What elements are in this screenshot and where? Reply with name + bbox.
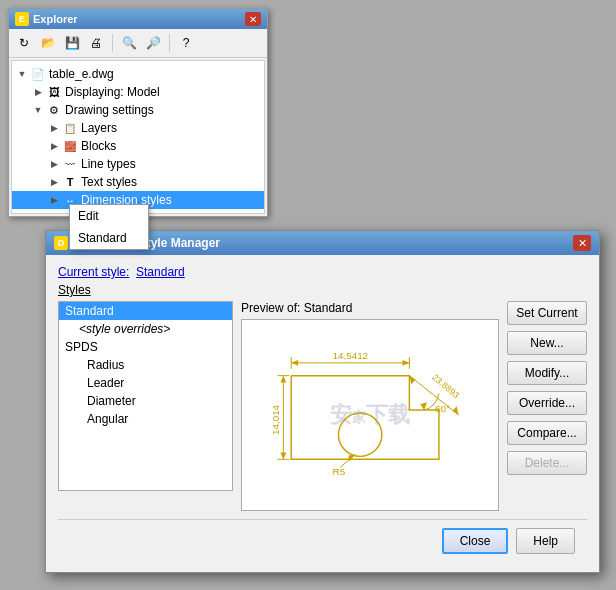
toolbar-help-button[interactable]: ? xyxy=(175,32,197,54)
explorer-tree: ▼ 📄 table_e.dwg ▶ 🖼 Displaying: Model ▼ … xyxy=(11,60,265,214)
svg-text:60°: 60° xyxy=(435,403,450,414)
style-item-overrides[interactable]: <style overrides> xyxy=(59,320,232,338)
explorer-window: E Explorer ✕ ↻ 📂 💾 🖨 🔍 🔎 ? ▼ 📄 table_e.d… xyxy=(8,8,268,217)
expander-model: ▶ xyxy=(30,84,46,100)
style-item-angular[interactable]: Angular xyxy=(59,410,232,428)
current-style-label: Current style: xyxy=(58,265,129,279)
label-layers: Layers xyxy=(81,121,117,135)
label-settings: Drawing settings xyxy=(65,103,154,117)
toolbar-zoom-in-button[interactable]: 🔍 xyxy=(118,32,140,54)
dim-dialog-icon: D xyxy=(54,236,68,250)
tree-item-root[interactable]: ▼ 📄 table_e.dwg xyxy=(12,65,264,83)
context-menu-edit[interactable]: Edit xyxy=(70,205,148,227)
current-style-value[interactable]: Standard xyxy=(136,265,185,279)
dim-main-area: Standard <style overrides> SPDS Radius L… xyxy=(58,301,587,511)
icon-textstyles: T xyxy=(62,174,78,190)
set-current-button[interactable]: Set Current xyxy=(507,301,587,325)
style-item-diameter[interactable]: Diameter xyxy=(59,392,232,410)
expander-textstyles: ▶ xyxy=(46,174,62,190)
icon-layers: 📋 xyxy=(62,120,78,136)
dim-dialog-footer: Close Help xyxy=(58,519,587,562)
icon-settings: ⚙ xyxy=(46,102,62,118)
style-item-spds[interactable]: SPDS xyxy=(59,338,232,356)
context-menu-standard[interactable]: Standard xyxy=(70,227,148,249)
help-button[interactable]: Help xyxy=(516,528,575,554)
context-menu: Edit Standard xyxy=(69,204,149,250)
tree-item-textstyles[interactable]: ▶ T Text styles xyxy=(12,173,264,191)
tree-item-layers[interactable]: ▶ 📋 Layers xyxy=(12,119,264,137)
expander-dimstyles: ▶ xyxy=(46,192,62,208)
preview-svg: 14,5412 14,014 xyxy=(242,320,498,510)
expander-root: ▼ xyxy=(14,66,30,82)
icon-model: 🖼 xyxy=(46,84,62,100)
close-button[interactable]: Close xyxy=(442,528,509,554)
explorer-toolbar: ↻ 📂 💾 🖨 🔍 🔎 ? xyxy=(9,29,267,58)
style-item-standard[interactable]: Standard xyxy=(59,302,232,320)
label-linetypes: Line types xyxy=(81,157,136,171)
expander-blocks: ▶ xyxy=(46,138,62,154)
svg-text:14,5412: 14,5412 xyxy=(333,350,369,361)
toolbar-save-button[interactable]: 💾 xyxy=(61,32,83,54)
preview-container: Preview of: Standard xyxy=(241,301,499,511)
explorer-title-icon: E xyxy=(15,12,29,26)
dim-dialog-body: Current style: Standard Styles Standard … xyxy=(46,255,599,572)
icon-blocks: 🧱 xyxy=(62,138,78,154)
toolbar-sep1 xyxy=(112,34,113,52)
preview-label: Preview of: Standard xyxy=(241,301,499,315)
label-root: table_e.dwg xyxy=(49,67,114,81)
preview-box: 14,5412 14,014 xyxy=(241,319,499,511)
toolbar-sep2 xyxy=(169,34,170,52)
label-blocks: Blocks xyxy=(81,139,116,153)
dim-dialog-close-button[interactable]: ✕ xyxy=(573,235,591,251)
label-textstyles: Text styles xyxy=(81,175,137,189)
expander-layers: ▶ xyxy=(46,120,62,136)
svg-text:14,014: 14,014 xyxy=(270,404,281,435)
compare-button[interactable]: Compare... xyxy=(507,421,587,445)
style-item-radius[interactable]: Radius xyxy=(59,356,232,374)
modify-button[interactable]: Modify... xyxy=(507,361,587,385)
toolbar-zoom-out-button[interactable]: 🔎 xyxy=(142,32,164,54)
explorer-titlebar: E Explorer ✕ xyxy=(9,9,267,29)
styles-section-label: Styles xyxy=(58,283,587,297)
new-button[interactable]: New... xyxy=(507,331,587,355)
dim-style-manager-dialog: D Dimension Style Manager ✕ Current styl… xyxy=(45,230,600,573)
icon-root: 📄 xyxy=(30,66,46,82)
style-item-leader[interactable]: Leader xyxy=(59,374,232,392)
tree-item-settings[interactable]: ▼ ⚙ Drawing settings xyxy=(12,101,264,119)
styles-list-container: Standard <style overrides> SPDS Radius L… xyxy=(58,301,233,511)
delete-button[interactable]: Delete... xyxy=(507,451,587,475)
explorer-title-text: Explorer xyxy=(33,13,78,25)
expander-linetypes: ▶ xyxy=(46,156,62,172)
tree-item-model[interactable]: ▶ 🖼 Displaying: Model xyxy=(12,83,264,101)
current-style-row: Current style: Standard xyxy=(58,265,587,279)
toolbar-refresh-button[interactable]: ↻ xyxy=(13,32,35,54)
icon-linetypes: 〰 xyxy=(62,156,78,172)
toolbar-print-button[interactable]: 🖨 xyxy=(85,32,107,54)
styles-list[interactable]: Standard <style overrides> SPDS Radius L… xyxy=(58,301,233,491)
expander-settings: ▼ xyxy=(30,102,46,118)
svg-text:R5: R5 xyxy=(333,466,346,477)
toolbar-open-button[interactable]: 📂 xyxy=(37,32,59,54)
tree-item-blocks[interactable]: ▶ 🧱 Blocks xyxy=(12,137,264,155)
label-model: Displaying: Model xyxy=(65,85,160,99)
tree-item-linetypes[interactable]: ▶ 〰 Line types xyxy=(12,155,264,173)
explorer-close-button[interactable]: ✕ xyxy=(245,12,261,26)
dim-action-buttons: Set Current New... Modify... Override...… xyxy=(507,301,587,511)
override-button[interactable]: Override... xyxy=(507,391,587,415)
